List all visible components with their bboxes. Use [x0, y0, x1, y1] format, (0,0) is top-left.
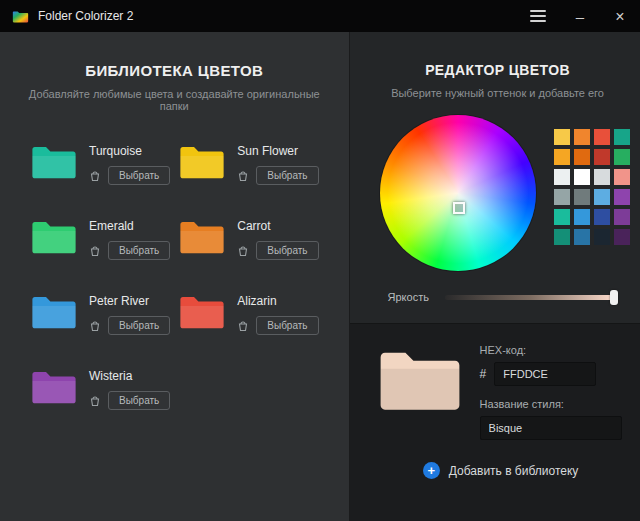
add-to-library-button[interactable]: + Добавить в библиотеку [376, 462, 626, 479]
color-swatch[interactable] [614, 149, 630, 165]
color-swatch[interactable] [554, 189, 570, 205]
paint-bucket-icon[interactable] [89, 395, 101, 407]
color-swatch[interactable] [614, 189, 630, 205]
color-swatch[interactable] [554, 149, 570, 165]
add-to-library-label: Добавить в библиотеку [449, 464, 579, 478]
color-swatch[interactable] [614, 209, 630, 225]
color-swatch[interactable] [594, 209, 610, 225]
select-button[interactable]: Выбрать [256, 166, 318, 185]
library-item-name: Sun Flower [237, 144, 318, 158]
main-content: БИБЛИОТЕКА ЦВЕТОВ Добавляйте любимые цве… [0, 32, 640, 521]
window-title: Folder Colorizer 2 [38, 9, 528, 23]
library-grid: Turquoise Выбрать Sun Flower [30, 142, 319, 410]
editor-bottom-section: HEX-код: # Название стиля: + Добавить в … [350, 323, 640, 521]
library-item: Alizarin Выбрать [178, 292, 318, 335]
library-item: Emerald Выбрать [30, 217, 170, 260]
color-swatch[interactable] [574, 169, 590, 185]
color-swatch[interactable] [574, 229, 590, 245]
style-name-input[interactable] [480, 416, 622, 440]
color-wheel[interactable] [380, 115, 536, 271]
paint-bucket-icon[interactable] [89, 320, 101, 332]
menu-icon[interactable] [528, 6, 548, 26]
color-swatch[interactable] [574, 129, 590, 145]
folder-icon [30, 142, 78, 181]
color-swatch[interactable] [594, 189, 610, 205]
select-button[interactable]: Выбрать [256, 316, 318, 335]
folder-icon [30, 217, 78, 256]
color-swatch[interactable] [554, 169, 570, 185]
color-swatch[interactable] [594, 129, 610, 145]
app-window: Folder Colorizer 2 – × БИБЛИОТЕКА ЦВЕТОВ… [0, 0, 640, 521]
color-swatch[interactable] [574, 209, 590, 225]
editor-fields: HEX-код: # Название стиля: [480, 344, 626, 440]
color-swatch[interactable] [574, 189, 590, 205]
hex-label: HEX-код: [480, 344, 626, 356]
library-item-name: Turquoise [89, 144, 170, 158]
app-logo-icon [12, 9, 29, 24]
style-name-label: Название стиля: [480, 398, 626, 410]
library-item-name: Carrot [237, 219, 318, 233]
color-swatch[interactable] [594, 149, 610, 165]
library-item: Sun Flower Выбрать [178, 142, 318, 185]
paint-bucket-icon[interactable] [237, 170, 249, 182]
color-swatch[interactable] [594, 229, 610, 245]
plus-icon: + [423, 462, 440, 479]
library-item-name: Wisteria [89, 369, 170, 383]
folder-icon [178, 217, 226, 256]
brightness-slider-handle[interactable] [610, 290, 618, 305]
hex-prefix: # [480, 367, 487, 381]
paint-bucket-icon[interactable] [237, 245, 249, 257]
hex-input[interactable] [494, 362, 596, 386]
folder-icon [178, 142, 226, 181]
select-button[interactable]: Выбрать [108, 241, 170, 260]
library-item: Turquoise Выбрать [30, 142, 170, 185]
brightness-row: Яркость [388, 291, 616, 303]
color-swatch[interactable] [554, 129, 570, 145]
library-panel: БИБЛИОТЕКА ЦВЕТОВ Добавляйте любимые цве… [0, 32, 350, 521]
editor-title: РЕДАКТОР ЦВЕТОВ [350, 62, 640, 78]
select-button[interactable]: Выбрать [256, 241, 318, 260]
brightness-slider[interactable] [445, 295, 616, 300]
color-swatch[interactable] [614, 129, 630, 145]
color-swatch[interactable] [574, 149, 590, 165]
paint-bucket-icon[interactable] [89, 245, 101, 257]
library-item: Carrot Выбрать [178, 217, 318, 260]
library-item: Peter River Выбрать [30, 292, 170, 335]
color-swatch[interactable] [554, 229, 570, 245]
select-button[interactable]: Выбрать [108, 166, 170, 185]
library-item: Wisteria Выбрать [30, 367, 170, 410]
folder-icon [30, 367, 78, 406]
paint-bucket-icon[interactable] [237, 320, 249, 332]
library-title: БИБЛИОТЕКА ЦВЕТОВ [0, 62, 349, 79]
color-wheel-selector[interactable] [453, 202, 465, 214]
preview-folder-icon [376, 344, 464, 414]
select-button[interactable]: Выбрать [108, 391, 170, 410]
preview-area: HEX-код: # Название стиля: [376, 344, 626, 440]
library-item-name: Emerald [89, 219, 170, 233]
folder-icon [178, 292, 226, 331]
minimize-button[interactable]: – [572, 9, 588, 24]
color-swatch[interactable] [594, 169, 610, 185]
select-button[interactable]: Выбрать [108, 316, 170, 335]
swatch-grid [554, 129, 630, 245]
folder-icon [30, 292, 78, 331]
close-button[interactable]: × [612, 9, 628, 24]
titlebar: Folder Colorizer 2 – × [0, 0, 640, 32]
editor-subtitle: Выберите нужный оттенок и добавьте его [350, 87, 640, 99]
color-swatch[interactable] [554, 209, 570, 225]
brightness-label: Яркость [388, 291, 429, 303]
library-item-name: Alizarin [237, 294, 318, 308]
color-swatch[interactable] [614, 169, 630, 185]
paint-bucket-icon[interactable] [89, 170, 101, 182]
library-subtitle: Добавляйте любимые цвета и создавайте ор… [0, 88, 349, 112]
hex-row: # [480, 362, 626, 386]
library-item-name: Peter River [89, 294, 170, 308]
color-swatch[interactable] [614, 229, 630, 245]
picker-row [380, 115, 630, 271]
window-controls: – × [528, 6, 628, 26]
editor-panel: РЕДАКТОР ЦВЕТОВ Выберите нужный оттенок … [350, 32, 640, 521]
